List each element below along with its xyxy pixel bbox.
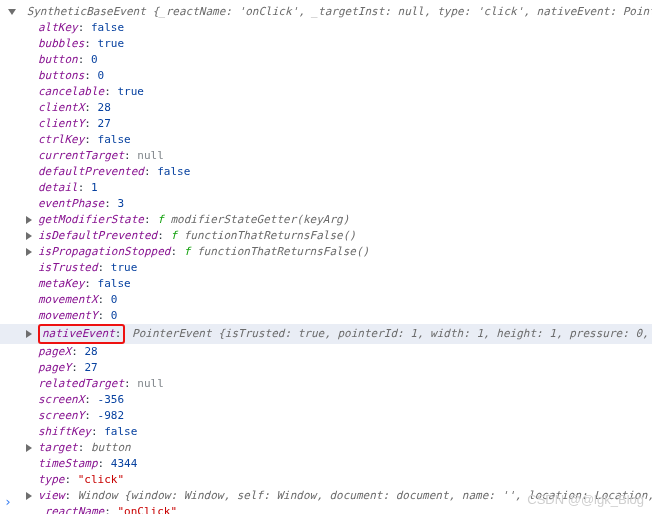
value: 0 [98,69,105,82]
key: target [38,441,78,454]
key: view [38,489,65,502]
prop-shiftKey[interactable]: shiftKey: false [0,424,652,440]
key: timeStamp [38,457,98,470]
key: movementX [38,293,98,306]
prop-clientX[interactable]: clientX: 28 [0,100,652,116]
value: PointerEvent {isTrusted: true, pointerId… [132,327,652,340]
prop-nativeEvent[interactable]: nativeEvent: PointerEvent {isTrusted: tr… [0,324,652,344]
prop-movementY[interactable]: movementY: 0 [0,308,652,324]
prop-buttons[interactable]: buttons: 0 [0,68,652,84]
key: altKey [38,21,78,34]
function-f: f [184,245,197,258]
prop-type[interactable]: type: "click" [0,472,652,488]
value: false [104,425,137,438]
value: false [98,133,131,146]
value: button [91,441,131,454]
key: isPropagationStopped [38,245,170,258]
function-f: f [170,229,183,242]
prop-bubbles[interactable]: bubbles: true [0,36,652,52]
key: getModifierState [38,213,144,226]
value: "onClick" [117,505,177,514]
key: movementY [38,309,98,322]
prop-isPropagationStopped[interactable]: isPropagationStopped: f functionThatRetu… [0,244,652,260]
prop-relatedTarget[interactable]: relatedTarget: null [0,376,652,392]
watermark: CSDN @@lgk_Blog [527,492,644,508]
chevron-right-icon[interactable] [26,248,32,256]
key: bubbles [38,37,84,50]
value: functionThatReturnsFalse() [197,245,369,258]
value: null [137,149,164,162]
value: true [111,261,138,274]
value: 4344 [111,457,138,470]
object-header[interactable]: SyntheticBaseEvent {_reactName: 'onClick… [0,4,652,20]
key: defaultPrevented [38,165,144,178]
value: 3 [117,197,124,210]
chevron-right-icon[interactable] [26,216,32,224]
key: eventPhase [38,197,104,210]
key: detail [38,181,78,194]
key: currentTarget [38,149,124,162]
object-summary: {_reactName: 'onClick', _targetInst: nul… [152,5,652,18]
prop-ctrlKey[interactable]: ctrlKey: false [0,132,652,148]
key: relatedTarget [38,377,124,390]
prop-timeStamp[interactable]: timeStamp: 4344 [0,456,652,472]
key: pageY [38,361,71,374]
prop-button[interactable]: button: 0 [0,52,652,68]
function-f: f [157,213,170,226]
key: _reactName [38,505,104,514]
prop-screenX[interactable]: screenX: -356 [0,392,652,408]
value: 28 [98,101,111,114]
chevron-right-icon[interactable] [26,444,32,452]
value: modifierStateGetter(keyArg) [170,213,349,226]
value: 27 [98,117,111,130]
prop-defaultPrevented[interactable]: defaultPrevented: false [0,164,652,180]
value: 0 [91,53,98,66]
highlight-box: nativeEvent: [38,324,125,344]
chevron-right-icon[interactable] [26,492,32,500]
prop-clientY[interactable]: clientY: 27 [0,116,652,132]
value: 27 [84,361,97,374]
key: button [38,53,78,66]
value: 0 [111,293,118,306]
prop-getModifierState[interactable]: getModifierState: f modifierStateGetter(… [0,212,652,228]
value: -356 [98,393,125,406]
prop-currentTarget[interactable]: currentTarget: null [0,148,652,164]
value: 1 [91,181,98,194]
chevron-right-icon[interactable] [26,232,32,240]
prop-altKey[interactable]: altKey: false [0,20,652,36]
prop-screenY[interactable]: screenY: -982 [0,408,652,424]
key: isTrusted [38,261,98,274]
value: null [137,377,164,390]
prop-movementX[interactable]: movementX: 0 [0,292,652,308]
key: screenY [38,409,84,422]
key: clientY [38,117,84,130]
key: buttons [38,69,84,82]
value: 28 [84,345,97,358]
prop-metaKey[interactable]: metaKey: false [0,276,652,292]
prop-eventPhase[interactable]: eventPhase: 3 [0,196,652,212]
value: true [117,85,144,98]
key: ctrlKey [38,133,84,146]
object-type: SyntheticBaseEvent [27,5,146,18]
key: screenX [38,393,84,406]
key: pageX [38,345,71,358]
value: false [157,165,190,178]
prop-pageY[interactable]: pageY: 27 [0,360,652,376]
value: false [91,21,124,34]
key: shiftKey [38,425,91,438]
prop-pageX[interactable]: pageX: 28 [0,344,652,360]
key: type [38,473,65,486]
value: -982 [98,409,125,422]
value: true [98,37,125,50]
prop-isTrusted[interactable]: isTrusted: true [0,260,652,276]
key: isDefaultPrevented [38,229,157,242]
chevron-right-icon[interactable] [26,330,32,338]
prop-cancelable[interactable]: cancelable: true [0,84,652,100]
chevron-down-icon[interactable] [8,9,16,15]
console-prompt-icon[interactable]: › [4,494,12,510]
prop-target[interactable]: target: button [0,440,652,456]
key: cancelable [38,85,104,98]
value: functionThatReturnsFalse() [184,229,356,242]
prop-isDefaultPrevented[interactable]: isDefaultPrevented: f functionThatReturn… [0,228,652,244]
prop-detail[interactable]: detail: 1 [0,180,652,196]
